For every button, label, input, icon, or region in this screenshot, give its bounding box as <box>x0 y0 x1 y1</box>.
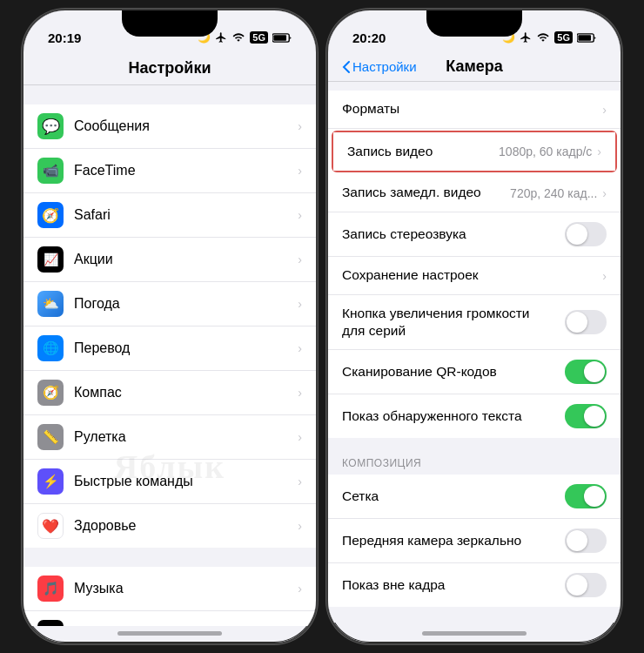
home-indicator-2 <box>422 631 527 636</box>
settings-item-health[interactable]: ❤️ Здоровье › <box>23 504 316 548</box>
formats-chevron: › <box>602 103 607 117</box>
safari-icon: 🧭 <box>37 202 64 228</box>
nav-title-2: Камера <box>446 57 503 76</box>
cam-item-formats[interactable]: Форматы › <box>328 91 621 129</box>
health-icon: ❤️ <box>37 513 64 539</box>
outside-label: Показ вне кадра <box>342 576 565 594</box>
stocks-chevron: › <box>298 252 302 266</box>
back-chevron-icon <box>342 60 351 74</box>
cam-item-grid[interactable]: Сетка <box>328 475 621 519</box>
settings-section-1: 💬 Сообщения › 📹 FaceTime › 🧭 Safari › 📈 … <box>23 104 316 548</box>
video-value: 1080р, 60 кадр/с <box>499 145 592 158</box>
settings-item-appletv[interactable]: TV Apple TV › <box>23 611 316 626</box>
stereo-label: Запись стереозвука <box>342 226 565 243</box>
compass-chevron: › <box>298 386 302 400</box>
settings-item-shortcuts[interactable]: ⚡ Быстрые команды › <box>23 460 316 504</box>
music-icon: 🎵 <box>37 576 64 602</box>
mirror-toggle[interactable] <box>565 528 607 553</box>
formats-label: Форматы <box>342 100 602 118</box>
cam-item-mirror[interactable]: Передняя камера зеркально <box>328 519 621 563</box>
settings-item-safari[interactable]: 🧭 Safari › <box>23 193 316 238</box>
cam-item-volbtn[interactable]: Кнопка увеличения громкостидля серий <box>328 295 621 350</box>
translate-chevron: › <box>298 341 302 355</box>
ruler-label: Рулетка <box>74 429 298 445</box>
cam-item-stereo[interactable]: Запись стереозвука <box>328 212 621 257</box>
nav-bar-1: Настройки <box>23 54 316 85</box>
cam-item-qrscan[interactable]: Сканирование QR-кодов <box>328 350 621 394</box>
settings-item-music[interactable]: 🎵 Музыка › <box>23 567 316 611</box>
svg-rect-3 <box>578 35 591 40</box>
health-label: Здоровье <box>74 518 298 534</box>
time-2: 20:20 <box>352 30 386 45</box>
settings-item-ruler[interactable]: 📏 Рулетка › <box>23 415 316 460</box>
battery-icon-2 <box>577 32 596 44</box>
qrscan-label: Сканирование QR-кодов <box>342 363 565 380</box>
settings-item-translate[interactable]: 🌐 Перевод › <box>23 326 316 371</box>
volbtn-toggle[interactable] <box>565 310 607 334</box>
weather-chevron: › <box>298 297 302 311</box>
facetime-icon: 📹 <box>37 158 64 184</box>
time-1: 20:19 <box>48 30 81 45</box>
airplane-icon <box>215 31 227 44</box>
nav-title-1: Настройки <box>129 59 211 77</box>
cam-section-1: Форматы › Запись видео 1080р, 60 кадр/с … <box>328 91 621 438</box>
stocks-icon: 📈 <box>37 246 64 273</box>
cam-item-video[interactable]: Запись видео 1080р, 60 кадр/с › <box>333 132 615 171</box>
volbtn-label: Кнопка увеличения громкостидля серий <box>342 305 565 340</box>
wifi-icon <box>231 31 245 44</box>
settings-section-2: 🎵 Музыка › TV Apple TV › 🌸 Фото › <box>23 567 316 626</box>
nav-back-2[interactable]: Настройки <box>342 59 417 74</box>
translate-icon: 🌐 <box>37 335 64 361</box>
battery-icon <box>272 32 292 44</box>
settings-item-facetime[interactable]: 📹 FaceTime › <box>23 149 316 193</box>
settings-content-1[interactable]: 💬 Сообщения › 📹 FaceTime › 🧭 Safari › 📈 … <box>23 85 316 626</box>
signal-icon: 5G <box>250 31 268 44</box>
status-icons-1: 🌙 5G <box>198 31 292 44</box>
wifi-icon-2 <box>536 31 550 44</box>
music-label: Музыка <box>74 581 298 596</box>
settings-item-compass[interactable]: 🧭 Компас › <box>23 371 316 415</box>
messages-icon: 💬 <box>37 113 64 139</box>
savesettings-label: Сохранение настроек <box>342 266 602 284</box>
ruler-icon: 📏 <box>37 424 64 450</box>
outside-toggle[interactable] <box>565 573 607 597</box>
appletv-icon: TV <box>37 620 64 626</box>
slowvideo-value: 720р, 240 кад... <box>510 186 597 200</box>
savesettings-chevron: › <box>602 269 607 283</box>
shortcuts-chevron: › <box>298 475 302 488</box>
showtext-toggle[interactable] <box>565 404 607 428</box>
status-icons-2: 🌙 5G <box>502 31 596 44</box>
settings-item-messages[interactable]: 💬 Сообщения › <box>23 104 316 149</box>
mirror-label: Передняя камера зеркально <box>342 532 565 549</box>
shortcuts-icon: ⚡ <box>37 468 64 495</box>
slowvideo-chevron: › <box>602 186 607 200</box>
compass-icon: 🧭 <box>37 380 64 406</box>
shortcuts-label: Быстрые команды <box>74 474 298 489</box>
cam-item-savesettings[interactable]: Сохранение настроек › <box>328 257 621 295</box>
grid-toggle[interactable] <box>565 484 607 508</box>
section-gap-1b <box>23 548 316 567</box>
video-label: Запись видео <box>347 143 499 160</box>
weather-icon: ⛅ <box>37 291 64 317</box>
messages-label: Сообщения <box>74 118 298 134</box>
slowvideo-label: Запись замедл. видео <box>342 184 510 201</box>
cam-item-outside[interactable]: Показ вне кадра <box>328 563 621 607</box>
health-chevron: › <box>298 519 302 533</box>
phone-1: 20:19 🌙 5G Настройки 💬 Сообщения › 📹 Fac… <box>22 9 318 644</box>
signal-icon-2: 5G <box>554 31 573 44</box>
home-indicator-1 <box>117 631 222 636</box>
settings-content-2[interactable]: Форматы › Запись видео 1080р, 60 кадр/с … <box>328 82 621 623</box>
settings-item-weather[interactable]: ⛅ Погода › <box>23 282 316 326</box>
svg-rect-1 <box>273 35 286 40</box>
cam-item-showtext[interactable]: Показ обнаруженного текста <box>328 394 621 438</box>
appletv-label: Apple TV <box>74 625 298 626</box>
section-gap-1a <box>23 85 316 104</box>
phone-2: 20:20 🌙 5G Настройки Камера Форматы › <box>326 9 622 644</box>
composition-header: КОМПОЗИЦИЯ <box>328 438 621 475</box>
stereo-toggle[interactable] <box>565 222 607 246</box>
translate-label: Перевод <box>74 340 298 356</box>
cam-item-slowvideo[interactable]: Запись замедл. видео 720р, 240 кад... › <box>328 174 621 212</box>
qrscan-toggle[interactable] <box>565 360 607 384</box>
nav-back-label: Настройки <box>352 59 417 74</box>
settings-item-stocks[interactable]: 📈 Акции › <box>23 238 316 282</box>
